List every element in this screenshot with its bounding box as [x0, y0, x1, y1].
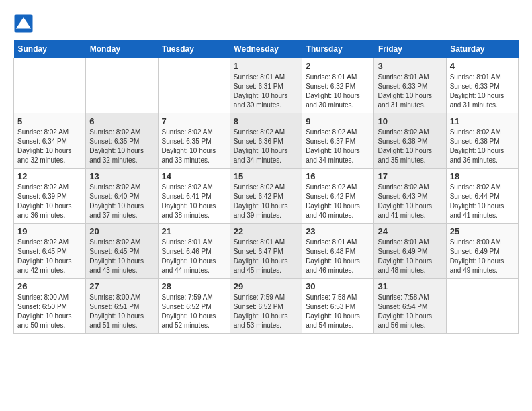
day-header-sunday: Sunday — [14, 40, 86, 58]
week-row-2: 5Sunrise: 8:02 AM Sunset: 6:34 PM Daylig… — [14, 113, 519, 169]
day-info: Sunrise: 8:01 AM Sunset: 6:48 PM Dayligh… — [306, 238, 370, 275]
day-info: Sunrise: 8:02 AM Sunset: 6:38 PM Dayligh… — [378, 128, 442, 165]
day-cell: 6Sunrise: 8:02 AM Sunset: 6:35 PM Daylig… — [86, 113, 158, 169]
day-info: Sunrise: 7:58 AM Sunset: 6:53 PM Dayligh… — [306, 293, 370, 330]
logo-icon — [13, 13, 34, 34]
day-header-thursday: Thursday — [302, 40, 374, 58]
day-cell: 10Sunrise: 8:02 AM Sunset: 6:38 PM Dayli… — [374, 113, 446, 169]
day-cell: 2Sunrise: 8:01 AM Sunset: 6:32 PM Daylig… — [302, 58, 374, 113]
week-row-4: 19Sunrise: 8:02 AM Sunset: 6:45 PM Dayli… — [14, 224, 519, 279]
day-info: Sunrise: 8:01 AM Sunset: 6:33 PM Dayligh… — [378, 73, 442, 110]
day-header-friday: Friday — [374, 40, 446, 58]
day-info: Sunrise: 8:02 AM Sunset: 6:39 PM Dayligh… — [17, 183, 82, 220]
day-number: 14 — [162, 171, 226, 181]
day-number: 6 — [89, 116, 154, 126]
day-info: Sunrise: 8:02 AM Sunset: 6:41 PM Dayligh… — [162, 183, 226, 220]
day-info: Sunrise: 8:02 AM Sunset: 6:35 PM Dayligh… — [162, 128, 226, 165]
day-cell: 23Sunrise: 8:01 AM Sunset: 6:48 PM Dayli… — [302, 224, 374, 279]
day-info: Sunrise: 8:02 AM Sunset: 6:45 PM Dayligh… — [89, 238, 154, 275]
day-cell: 29Sunrise: 7:59 AM Sunset: 6:52 PM Dayli… — [230, 279, 302, 334]
day-number: 2 — [306, 61, 370, 71]
day-cell: 31Sunrise: 7:58 AM Sunset: 6:54 PM Dayli… — [374, 279, 446, 334]
day-number: 10 — [378, 116, 442, 126]
day-number: 13 — [89, 171, 154, 181]
day-number: 1 — [234, 61, 298, 71]
day-cell: 20Sunrise: 8:02 AM Sunset: 6:45 PM Dayli… — [86, 224, 158, 279]
day-number: 11 — [450, 116, 515, 126]
day-cell: 21Sunrise: 8:01 AM Sunset: 6:46 PM Dayli… — [158, 224, 230, 279]
day-number: 31 — [378, 281, 442, 291]
day-number: 25 — [450, 226, 515, 236]
day-number: 7 — [162, 116, 226, 126]
day-cell: 1Sunrise: 8:01 AM Sunset: 6:31 PM Daylig… — [230, 58, 302, 113]
day-info: Sunrise: 8:01 AM Sunset: 6:46 PM Dayligh… — [162, 238, 226, 275]
day-cell: 26Sunrise: 8:00 AM Sunset: 6:50 PM Dayli… — [14, 279, 86, 334]
day-cell: 7Sunrise: 8:02 AM Sunset: 6:35 PM Daylig… — [158, 113, 230, 169]
logo — [13, 13, 36, 34]
day-cell: 22Sunrise: 8:01 AM Sunset: 6:47 PM Dayli… — [230, 224, 302, 279]
day-number: 28 — [162, 281, 226, 291]
day-info: Sunrise: 8:02 AM Sunset: 6:38 PM Dayligh… — [450, 128, 515, 165]
day-cell: 17Sunrise: 8:02 AM Sunset: 6:43 PM Dayli… — [374, 169, 446, 224]
day-info: Sunrise: 8:02 AM Sunset: 6:36 PM Dayligh… — [234, 128, 298, 165]
day-number: 15 — [234, 171, 298, 181]
day-cell: 12Sunrise: 8:02 AM Sunset: 6:39 PM Dayli… — [14, 169, 86, 224]
day-number: 20 — [89, 226, 154, 236]
day-info: Sunrise: 8:00 AM Sunset: 6:50 PM Dayligh… — [17, 293, 82, 330]
day-info: Sunrise: 8:01 AM Sunset: 6:32 PM Dayligh… — [306, 73, 370, 110]
day-info: Sunrise: 8:02 AM Sunset: 6:42 PM Dayligh… — [234, 183, 298, 220]
day-number: 4 — [450, 61, 515, 71]
day-cell: 15Sunrise: 8:02 AM Sunset: 6:42 PM Dayli… — [230, 169, 302, 224]
day-cell: 30Sunrise: 7:58 AM Sunset: 6:53 PM Dayli… — [302, 279, 374, 334]
day-cell: 28Sunrise: 7:59 AM Sunset: 6:52 PM Dayli… — [158, 279, 230, 334]
day-info: Sunrise: 8:02 AM Sunset: 6:42 PM Dayligh… — [306, 183, 370, 220]
day-header-saturday: Saturday — [446, 40, 518, 58]
day-header-monday: Monday — [86, 40, 158, 58]
day-cell: 3Sunrise: 8:01 AM Sunset: 6:33 PM Daylig… — [374, 58, 446, 113]
day-info: Sunrise: 7:59 AM Sunset: 6:52 PM Dayligh… — [234, 293, 298, 330]
day-number: 3 — [378, 61, 442, 71]
day-number: 22 — [234, 226, 298, 236]
day-cell: 13Sunrise: 8:02 AM Sunset: 6:40 PM Dayli… — [86, 169, 158, 224]
day-number: 12 — [17, 171, 82, 181]
day-info: Sunrise: 8:01 AM Sunset: 6:47 PM Dayligh… — [234, 238, 298, 275]
day-number: 9 — [306, 116, 370, 126]
day-cell — [86, 58, 158, 113]
day-info: Sunrise: 8:00 AM Sunset: 6:49 PM Dayligh… — [450, 238, 515, 275]
day-number: 16 — [306, 171, 370, 181]
day-number: 18 — [450, 171, 515, 181]
day-cell — [158, 58, 230, 113]
day-cell: 24Sunrise: 8:01 AM Sunset: 6:49 PM Dayli… — [374, 224, 446, 279]
day-info: Sunrise: 8:01 AM Sunset: 6:49 PM Dayligh… — [378, 238, 442, 275]
day-cell — [14, 58, 86, 113]
day-number: 21 — [162, 226, 226, 236]
day-info: Sunrise: 8:02 AM Sunset: 6:37 PM Dayligh… — [306, 128, 370, 165]
day-number: 8 — [234, 116, 298, 126]
day-number: 30 — [306, 281, 370, 291]
calendar-header-row: SundayMondayTuesdayWednesdayThursdayFrid… — [14, 40, 519, 58]
day-cell: 16Sunrise: 8:02 AM Sunset: 6:42 PM Dayli… — [302, 169, 374, 224]
day-cell: 4Sunrise: 8:01 AM Sunset: 6:33 PM Daylig… — [446, 58, 518, 113]
week-row-3: 12Sunrise: 8:02 AM Sunset: 6:39 PM Dayli… — [14, 169, 519, 224]
day-info: Sunrise: 8:02 AM Sunset: 6:43 PM Dayligh… — [378, 183, 442, 220]
week-row-1: 1Sunrise: 8:01 AM Sunset: 6:31 PM Daylig… — [14, 58, 519, 113]
day-header-tuesday: Tuesday — [158, 40, 230, 58]
day-info: Sunrise: 8:02 AM Sunset: 6:44 PM Dayligh… — [450, 183, 515, 220]
day-cell: 27Sunrise: 8:00 AM Sunset: 6:51 PM Dayli… — [86, 279, 158, 334]
day-cell: 5Sunrise: 8:02 AM Sunset: 6:34 PM Daylig… — [14, 113, 86, 169]
day-number: 26 — [17, 281, 82, 291]
day-info: Sunrise: 8:02 AM Sunset: 6:34 PM Dayligh… — [17, 128, 82, 165]
day-number: 23 — [306, 226, 370, 236]
page-header — [13, 13, 519, 34]
day-number: 5 — [17, 116, 82, 126]
day-number: 29 — [234, 281, 298, 291]
day-number: 17 — [378, 171, 442, 181]
day-number: 24 — [378, 226, 442, 236]
day-cell: 9Sunrise: 8:02 AM Sunset: 6:37 PM Daylig… — [302, 113, 374, 169]
day-cell — [446, 279, 518, 334]
calendar-table: SundayMondayTuesdayWednesdayThursdayFrid… — [13, 40, 519, 334]
day-cell: 19Sunrise: 8:02 AM Sunset: 6:45 PM Dayli… — [14, 224, 86, 279]
day-header-wednesday: Wednesday — [230, 40, 302, 58]
day-info: Sunrise: 8:00 AM Sunset: 6:51 PM Dayligh… — [89, 293, 154, 330]
day-info: Sunrise: 8:02 AM Sunset: 6:40 PM Dayligh… — [89, 183, 154, 220]
